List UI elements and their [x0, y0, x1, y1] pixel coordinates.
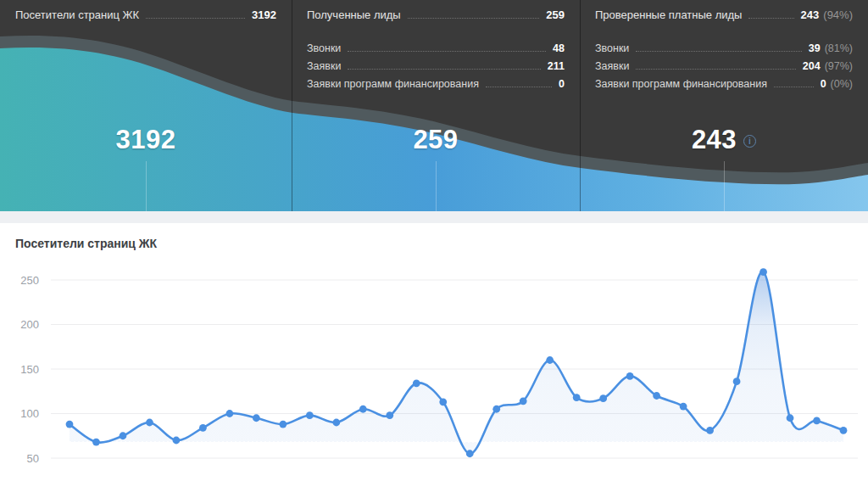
chart-area-fill [70, 271, 843, 454]
stat-label: Заявки [307, 60, 341, 72]
dotted-leader [774, 87, 814, 87]
stat-label: Заявки программ финансирования [595, 78, 767, 90]
stat-value: 0 [821, 78, 826, 90]
y-axis-label: 150 [20, 363, 39, 376]
dotted-leader [636, 69, 795, 70]
stat-row: Заявки204(97%) [595, 60, 853, 78]
dotted-leader [348, 69, 540, 70]
big-number-text: 243 [692, 125, 737, 154]
stat-percent: (81%) [825, 42, 853, 54]
panel-value: 243 [801, 8, 820, 21]
stat-value: 48 [553, 42, 565, 54]
big-number-visitors: 3192 [0, 125, 292, 155]
dotted-leader [636, 51, 801, 52]
info-icon[interactable]: i [743, 135, 756, 148]
chart-point[interactable] [439, 398, 447, 405]
stat-label: Звонки [307, 42, 341, 54]
chart-point[interactable] [520, 397, 527, 405]
stat-percent: (97%) [825, 60, 853, 72]
stat-value: 211 [548, 60, 565, 72]
chart-point[interactable] [253, 414, 260, 422]
dotted-leader [748, 18, 793, 19]
stat-value: 204 [803, 60, 821, 72]
chart-point[interactable] [492, 405, 500, 413]
chart-point[interactable] [173, 437, 181, 445]
chart-point[interactable] [733, 378, 741, 385]
stat-label: Звонки [595, 42, 629, 54]
chart-point[interactable] [573, 394, 581, 401]
stat-value: 0 [559, 78, 565, 90]
chart-point[interactable] [225, 410, 233, 417]
chart-point[interactable] [386, 411, 393, 419]
stat-row: Звонки48 [307, 42, 565, 60]
chart-point[interactable] [840, 427, 848, 434]
panel-value: 259 [546, 8, 565, 21]
y-axis-label: 100 [20, 407, 39, 420]
dotted-leader [408, 18, 540, 19]
funnel-panel-visitors: Посетители страниц ЖК 3192 3192 [0, 0, 292, 211]
funnel-panel-leads: Полученные лиды 259 Звонки48Заявки211Зая… [292, 0, 580, 211]
chart-point[interactable] [359, 405, 367, 413]
stat-label: Заявки программ финансирования [307, 78, 479, 90]
chart-point[interactable] [706, 427, 714, 434]
chart-point[interactable] [813, 417, 821, 425]
chart-point[interactable] [599, 394, 607, 402]
visitors-chart-card: Посетители страниц ЖК 25020015010050 [0, 223, 868, 481]
chart-point[interactable] [66, 421, 74, 428]
panel-value: 3192 [252, 8, 276, 21]
chart-point[interactable] [279, 421, 287, 428]
chart-point[interactable] [626, 372, 634, 380]
stat-row: Заявки211 [307, 60, 565, 78]
stat-row: Заявки программ финансирования0 [307, 78, 565, 96]
sales-funnel: Посетители страниц ЖК 3192 3192 Полученн… [0, 0, 868, 211]
panel-title: Проверенные платные лиды [595, 8, 742, 21]
chart-point[interactable] [680, 403, 687, 411]
stat-value: 39 [809, 42, 821, 54]
chart-point[interactable] [413, 379, 420, 387]
chart-point[interactable] [466, 450, 474, 457]
stat-percent: (0%) [831, 78, 853, 90]
chart-point[interactable] [546, 356, 554, 364]
chart-point[interactable] [332, 419, 340, 427]
chart-point[interactable] [760, 268, 767, 276]
dotted-leader [486, 87, 552, 87]
chart-point[interactable] [787, 414, 794, 422]
big-number-leads: 259 [292, 125, 580, 155]
dotted-leader [348, 51, 546, 52]
chart-point[interactable] [653, 392, 660, 400]
chart-point[interactable] [199, 424, 207, 432]
funnel-panel-paid-leads: Проверенные платные лиды 243 (94%) Звонк… [580, 0, 868, 211]
dashboard: Посетители страниц ЖК 3192 3192 Полученн… [0, 0, 868, 481]
y-axis-label: 50 [27, 452, 39, 465]
panel-title: Полученные лиды [307, 8, 401, 21]
chart-point[interactable] [146, 419, 153, 427]
visitors-line-chart: 25020015010050 [0, 223, 868, 481]
stat-label: Заявки [595, 60, 629, 72]
y-axis-label: 250 [20, 274, 39, 287]
panel-percent: (94%) [823, 8, 853, 21]
panel-title: Посетители страниц ЖК [15, 8, 139, 21]
stat-row: Заявки программ финансирования0(0%) [595, 78, 853, 96]
y-axis-label: 200 [20, 318, 39, 331]
big-number-paid-leads: 243i [580, 125, 868, 155]
stat-row: Звонки39(81%) [595, 42, 853, 60]
chart-point[interactable] [120, 432, 127, 439]
chart-point[interactable] [306, 411, 314, 419]
dotted-leader [146, 18, 245, 19]
chart-point[interactable] [92, 439, 100, 446]
